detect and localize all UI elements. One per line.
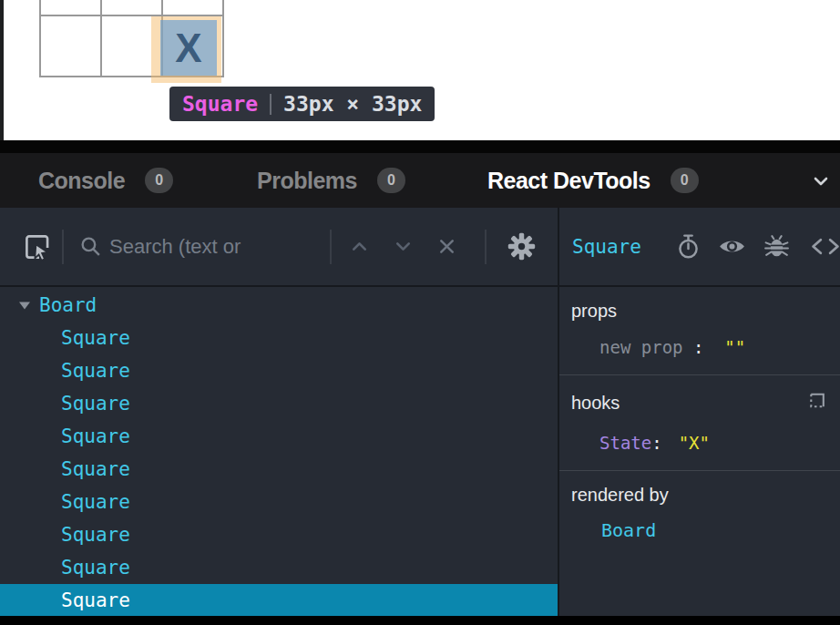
tree-item-label: Square: [61, 458, 130, 480]
tab-console[interactable]: Console 0: [38, 153, 173, 208]
tree-item-square[interactable]: Square: [0, 551, 558, 584]
tree-item-label: Square: [61, 557, 130, 579]
inspect-tooltip: Square 33px × 33px: [169, 87, 435, 121]
page-devtools-separator: [0, 140, 840, 153]
inspect-dom-eye-icon[interactable]: [717, 208, 747, 285]
tree-item-square[interactable]: Square: [0, 387, 558, 420]
react-devtools-panel: Square: [0, 208, 840, 616]
square-x-mark[interactable]: X: [160, 20, 217, 76]
debug-bug-icon[interactable]: [763, 208, 791, 285]
tooltip-component-name: Square: [182, 92, 258, 116]
hook-state-value[interactable]: "X": [679, 433, 710, 453]
component-tree: Board Square Square Square Square Square…: [0, 287, 558, 616]
prop-colon: :: [683, 337, 725, 357]
tree-item-board[interactable]: Board: [0, 289, 558, 322]
page-content: X Square 33px × 33px: [0, 0, 840, 140]
tree-item-square[interactable]: Square: [0, 486, 558, 518]
board-cell[interactable]: [163, 0, 222, 15]
tree-item-label: Board: [39, 294, 97, 316]
hooks-section-title: hooks: [571, 393, 620, 414]
inspected-element-details: props new prop : "" hooks: [559, 287, 840, 616]
tab-console-badge: 0: [145, 168, 173, 193]
tab-react-devtools-badge: 0: [671, 168, 699, 193]
element-picker-icon[interactable]: [20, 208, 55, 285]
tree-item-label: Square: [61, 491, 130, 513]
tree-item-square[interactable]: Square: [0, 322, 558, 354]
toolbar-separator: [330, 230, 332, 264]
board-cell[interactable]: [41, 16, 100, 76]
suspense-timer-icon[interactable]: [674, 208, 702, 285]
tooltip-divider: [270, 94, 271, 115]
tree-item-label: Square: [61, 393, 130, 415]
inspected-element-toolbar: Square: [559, 208, 840, 285]
search-prev-icon[interactable]: [347, 208, 372, 285]
expander-triangle-icon[interactable]: [18, 300, 39, 311]
tab-react-devtools[interactable]: React DevTools 0: [487, 153, 699, 208]
rendered-by-owner-link[interactable]: Board: [601, 519, 656, 541]
settings-gear-icon[interactable]: [505, 208, 538, 285]
tree-item-square[interactable]: Square: [0, 518, 558, 551]
tree-item-square[interactable]: Square: [0, 354, 558, 387]
devtools-tabbar: Console 0 Problems 0 React DevTools 0: [0, 153, 840, 208]
components-toolbar: [0, 208, 558, 285]
search-clear-icon[interactable]: [435, 208, 459, 285]
toolbar-separator: [62, 230, 64, 264]
window-left-edge: [0, 0, 4, 140]
rendered-by-section: rendered by Board: [559, 471, 840, 558]
tab-problems-label: Problems: [257, 168, 357, 194]
board-cell[interactable]: [102, 0, 161, 15]
tree-item-label: Square: [61, 327, 130, 349]
tree-item-label: Square: [61, 524, 130, 546]
tree-item-square[interactable]: Square: [0, 420, 558, 453]
tab-problems-badge: 0: [377, 168, 405, 193]
devtools-screen: X Square 33px × 33px Console 0 Problems …: [0, 0, 840, 625]
chevron-down-icon[interactable]: [809, 169, 833, 197]
window-bottom-edge: [0, 616, 840, 625]
tree-item-label: Square: [61, 360, 130, 382]
tree-item-label: Square: [61, 425, 130, 447]
tree-item-label: Square: [61, 589, 130, 611]
board-cell[interactable]: [41, 0, 100, 15]
hook-colon: :: [651, 433, 661, 453]
new-prop-value-input[interactable]: "": [724, 337, 745, 357]
tree-item-square-selected[interactable]: Square: [0, 584, 558, 617]
rendered-by-title: rendered by: [571, 485, 669, 505]
tab-problems[interactable]: Problems 0: [257, 153, 405, 208]
search-input[interactable]: [109, 208, 319, 285]
props-section: props new prop : "": [559, 287, 840, 375]
hook-state-label[interactable]: State: [599, 433, 651, 453]
parse-hook-names-icon[interactable]: [804, 389, 828, 417]
view-source-code-icon[interactable]: [809, 208, 840, 285]
inspected-component-name: Square: [572, 208, 641, 285]
tab-console-label: Console: [38, 168, 125, 194]
tab-react-devtools-label: React DevTools: [487, 168, 650, 194]
props-section-title: props: [571, 301, 617, 322]
search-icon: [78, 208, 103, 285]
search-next-icon[interactable]: [391, 208, 415, 285]
hooks-section: hooks State: "X": [559, 375, 840, 471]
toolbar-separator: [485, 230, 487, 264]
tree-item-square[interactable]: Square: [0, 453, 558, 486]
new-prop-input[interactable]: new prop: [599, 337, 683, 357]
tooltip-dimensions: 33px × 33px: [283, 92, 422, 116]
